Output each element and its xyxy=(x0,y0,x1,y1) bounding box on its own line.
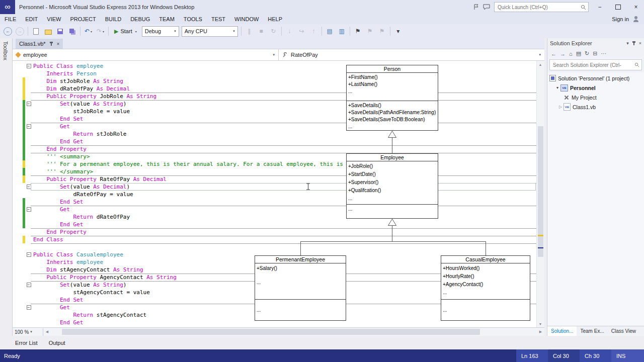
fold-margin[interactable]: − xyxy=(25,62,32,70)
fold-margin[interactable] xyxy=(25,191,32,198)
code-line[interactable]: End Get xyxy=(13,319,536,326)
start-button[interactable]: ▶Start▾ xyxy=(111,26,140,37)
menu-test[interactable]: TEST xyxy=(207,16,230,22)
breakpoint-margin[interactable] xyxy=(13,236,23,243)
breakpoint-margin[interactable] xyxy=(13,198,23,206)
fold-margin[interactable] xyxy=(25,115,32,123)
breakpoint-margin[interactable] xyxy=(13,130,23,138)
breakpoint-margin[interactable] xyxy=(13,138,23,145)
fold-margin[interactable] xyxy=(25,77,32,85)
fold-margin[interactable] xyxy=(25,93,32,100)
fold-margin[interactable]: − xyxy=(25,304,32,311)
fold-margin[interactable] xyxy=(25,258,32,266)
se-home-icon[interactable]: ⌂ xyxy=(569,51,573,57)
pin-icon[interactable] xyxy=(49,41,54,46)
breakpoint-margin[interactable] xyxy=(13,266,23,274)
fold-margin[interactable]: − xyxy=(25,183,32,191)
code-line[interactable]: Return dRateOfPay xyxy=(13,213,536,221)
code-line[interactable]: End Class xyxy=(13,236,536,243)
scrollbar-thumb[interactable] xyxy=(538,126,543,257)
fold-margin[interactable] xyxy=(25,274,32,281)
breakpoint-margin[interactable] xyxy=(13,93,23,100)
toolbar-overflow-button[interactable]: ▾ xyxy=(392,26,404,37)
menu-debug[interactable]: DEBUG xyxy=(126,16,154,22)
breakpoint-margin[interactable] xyxy=(13,123,23,130)
fold-margin[interactable] xyxy=(25,213,32,221)
se-tab-1[interactable]: Team Ex... xyxy=(577,326,607,336)
fold-margin[interactable] xyxy=(25,319,32,326)
fold-margin[interactable] xyxy=(25,221,32,228)
breakpoint-margin[interactable] xyxy=(13,289,23,296)
scroll-right-icon[interactable]: ▶ xyxy=(537,330,544,334)
solution-search-box[interactable] xyxy=(549,59,642,70)
types-dropdown[interactable]: employee ▾ xyxy=(13,49,279,60)
collapse-icon[interactable]: − xyxy=(27,124,31,129)
menu-team[interactable]: TEAM xyxy=(154,16,179,22)
debug-config-combo[interactable]: Debug▾ xyxy=(142,26,179,37)
se-forward-icon[interactable]: → xyxy=(560,51,566,57)
fold-margin[interactable] xyxy=(25,108,32,115)
code-line[interactable]: Return stJobRole xyxy=(13,130,536,138)
pin-icon[interactable] xyxy=(631,41,636,46)
code-line[interactable]: − Get xyxy=(13,123,536,130)
fold-margin[interactable]: − xyxy=(25,251,32,258)
breakpoint-margin[interactable] xyxy=(13,206,23,213)
breakpoint-margin[interactable] xyxy=(13,221,23,228)
breakpoint-margin[interactable] xyxy=(13,108,23,115)
save-button[interactable] xyxy=(54,26,66,37)
scroll-left-icon[interactable]: ◀ xyxy=(43,330,51,334)
feedback-icon[interactable] xyxy=(483,4,490,10)
panel-tab-output[interactable]: Output xyxy=(49,340,65,346)
collapse-icon[interactable]: − xyxy=(27,207,31,212)
code-line[interactable]: Public Property AgencyContact As String xyxy=(13,274,536,281)
code-line[interactable]: −Public Class employee xyxy=(13,62,536,70)
collapsed-icon[interactable]: ▷ xyxy=(557,105,564,109)
menu-window[interactable]: WINDOW xyxy=(230,16,263,22)
undo-button[interactable]: ↶▾ xyxy=(83,26,94,37)
tree-item-class1[interactable]: ▷VBClass1.vb xyxy=(547,102,644,112)
fold-margin[interactable]: − xyxy=(25,281,32,289)
fold-margin[interactable] xyxy=(25,198,32,206)
zoom-dropdown[interactable]: 100 % ▾ xyxy=(13,328,43,336)
breakpoint-margin[interactable] xyxy=(13,319,23,326)
save-all-button[interactable] xyxy=(66,26,78,37)
breakpoint-margin[interactable] xyxy=(13,100,23,108)
tab-close-icon[interactable]: × xyxy=(57,41,60,47)
vertical-scrollbar[interactable]: ▲ ▼ xyxy=(536,61,544,327)
fold-margin[interactable]: − xyxy=(25,123,32,130)
solution-search-input[interactable] xyxy=(552,62,633,68)
breakpoint-margin[interactable] xyxy=(13,311,23,319)
bookmark-button[interactable]: ⚑ xyxy=(352,26,364,37)
code-line[interactable]: End Property xyxy=(13,145,536,153)
fold-margin[interactable]: − xyxy=(25,206,32,213)
breakpoint-margin[interactable] xyxy=(13,304,23,311)
solution-configurations-button[interactable]: ▥ xyxy=(336,26,348,37)
code-line[interactable]: − Set(value As Decimal) xyxy=(13,183,536,191)
fold-margin[interactable] xyxy=(25,296,32,304)
tree-item-solution[interactable]: Solution 'Personnel' (1 project) xyxy=(547,73,644,83)
se-scope-icon[interactable]: ▤ xyxy=(576,50,581,57)
close-button[interactable]: × xyxy=(629,2,643,13)
se-tab-2[interactable]: Class View xyxy=(608,326,639,336)
breakpoint-margin[interactable] xyxy=(13,145,23,153)
menu-edit[interactable]: EDIT xyxy=(21,16,42,22)
tree-item-my-project[interactable]: My Project xyxy=(547,93,644,102)
fold-margin[interactable] xyxy=(25,85,32,93)
fold-margin[interactable] xyxy=(25,153,32,160)
code-line[interactable]: End Get xyxy=(13,221,536,228)
code-line[interactable]: Dim stAgencyContact As String xyxy=(13,266,536,274)
breakpoint-margin[interactable] xyxy=(13,183,23,191)
se-collapse-all-icon[interactable]: ⊟ xyxy=(593,50,597,57)
breakpoint-margin[interactable] xyxy=(13,281,23,289)
code-line[interactable]: Inherits employee xyxy=(13,258,536,266)
collapse-icon[interactable]: − xyxy=(27,102,31,106)
code-line[interactable]: End Get xyxy=(13,138,536,145)
menu-project[interactable]: PROJECT xyxy=(65,16,100,22)
fold-margin[interactable] xyxy=(25,326,32,327)
code-line[interactable]: −Public Class Casualemployee xyxy=(13,251,536,258)
code-editor[interactable]: −Public Class employee Inherits Person D… xyxy=(13,61,544,327)
code-line[interactable]: Inherits Person xyxy=(13,70,536,77)
minimize-button[interactable]: − xyxy=(593,2,607,13)
fold-margin[interactable] xyxy=(25,130,32,138)
quick-launch-input[interactable] xyxy=(497,4,581,11)
